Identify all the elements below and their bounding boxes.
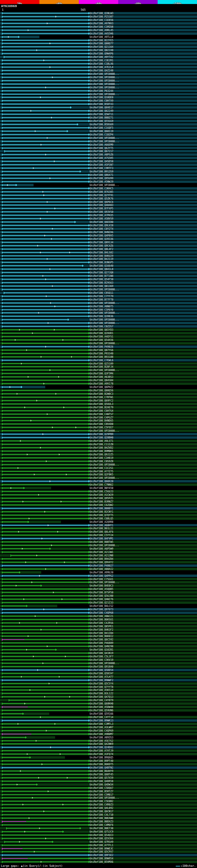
alignment-row[interactable]: UniRef100_Q55GG9 (0, 120, 197, 123)
alignment-row[interactable]: UniRef100_Q56J00 (0, 594, 197, 598)
alignment-row[interactable]: UniRef100_Q05PE1 (0, 625, 197, 628)
alignment-row[interactable]: UniRef100_B93188 (0, 355, 197, 359)
alignment-row[interactable]: UniRef100_Q9V4Y2 (0, 561, 197, 564)
alignment-row[interactable]: UniRef100_A9RL45 (0, 29, 197, 32)
alignment-row[interactable]: UniRef100_Q5ZK76 (0, 197, 197, 200)
alignment-row[interactable]: UniRef100_A89ZG3 (0, 736, 197, 739)
alignment-row[interactable]: UniRef100_C3KHC5 (0, 187, 197, 190)
alignment-row[interactable]: UniRef100_C5DQU7 (0, 786, 197, 790)
alignment-row[interactable]: UniRef100_Q84SB4 (0, 379, 197, 382)
alignment-row[interactable]: UniRef100_Q25189 (0, 362, 197, 366)
alignment-row[interactable]: UniRef100_Q1NLW3 (0, 12, 197, 15)
alignment-row[interactable]: UniRef100_B2AE79 (0, 406, 197, 409)
alignment-row[interactable]: UniRef100_B9PT40 (0, 759, 197, 763)
alignment-row[interactable]: UniRef100_Q6EEB0 (0, 220, 197, 224)
alignment-row[interactable]: UniRef100_B9WK13 (0, 719, 197, 722)
alignment-row[interactable]: UniRef100_B22YE5 (0, 39, 197, 42)
alignment-row[interactable]: UniRef100_Q4DR58 (0, 780, 197, 783)
alignment-row[interactable]: UniRef100_Q3F5M4 (0, 372, 197, 375)
alignment-row[interactable]: UniRef100_B3NGP5 (0, 261, 197, 264)
alignment-row[interactable]: UniRef100_B61LI1 (0, 527, 197, 530)
alignment-row[interactable]: UniRef100_C5GUJ3 (0, 490, 197, 493)
alignment-row[interactable]: UniRef100_C4M6F6 (0, 823, 197, 827)
alignment-row[interactable]: UniRef100_Q5DD54 (0, 669, 197, 672)
alignment-row[interactable]: UniRef100_A4S5H6 (0, 32, 197, 35)
alignment-row[interactable]: UniRef100_C4WTS7 (0, 412, 197, 416)
alignment-row[interactable]: UniRef100_Q29PB9 (0, 433, 197, 436)
alignment-row[interactable]: UniRef100_C1BLX6 (0, 62, 197, 66)
alignment-row[interactable]: UniRef100_Q89134 (0, 241, 197, 244)
alignment-row[interactable]: UniRef100_C0S9Z8 (0, 460, 197, 463)
alignment-row[interactable]: UniRef100_B4J119 (0, 257, 197, 261)
alignment-row[interactable]: UniRef100_Q00Q77 (0, 42, 197, 45)
alignment-row[interactable]: UniRef100_B0BTW5 (0, 540, 197, 544)
alignment-row[interactable]: UniRef100_UPI0000... (0, 72, 197, 76)
alignment-row[interactable]: UniRef100_Q4P8V5 (0, 234, 197, 238)
alignment-row[interactable]: UniRef100_Q976T3 (0, 608, 197, 611)
alignment-row[interactable]: UniRef100_B5RTZ7 (0, 790, 197, 793)
alignment-row[interactable]: UniRef100_Q08Q56 (0, 389, 197, 392)
alignment-row[interactable]: UniRef100_Q6PHZ2 (0, 385, 197, 389)
alignment-row[interactable]: UniRef100_B6KDT5 (0, 763, 197, 766)
alignment-row[interactable]: UniRef100_B7FXP5 (0, 207, 197, 210)
alignment-row[interactable]: UniRef100_B91ZG9 (0, 170, 197, 173)
alignment-row[interactable]: UniRef100_Q68KH0 (0, 702, 197, 706)
alignment-row[interactable]: UniRef100_Q01369 (0, 284, 197, 288)
alignment-row[interactable]: UniRef100_Q4N298 (0, 645, 197, 648)
alignment-row[interactable]: UniRef100_Q21164 (0, 45, 197, 49)
alignment-row[interactable]: UniRef100_Q62249 (0, 109, 197, 113)
alignment-row[interactable]: UniRef100_Q7RSA9 (0, 840, 197, 844)
alignment-row[interactable]: UniRef100_Q4Z248 (0, 69, 197, 72)
alignment-row[interactable]: UniRef100_C1E856 (0, 19, 197, 22)
alignment-row[interactable]: UniRef100_UPI0000... (0, 140, 197, 143)
alignment-row[interactable]: UniRef100_Q39836 (0, 315, 197, 318)
alignment-row[interactable]: UniRef100_C4QP69 (0, 729, 197, 733)
alignment-row[interactable]: UniRef100_B0DXZ3 (0, 820, 197, 823)
alignment-row[interactable]: UniRef100_A5P1N7 (0, 163, 197, 166)
alignment-row[interactable]: UniRef100_UPI0000... (0, 796, 197, 800)
alignment-row[interactable]: UniRef100_Q7YYT8 (0, 685, 197, 689)
alignment-row[interactable]: UniRef100_B0E730 (0, 827, 197, 830)
alignment-row[interactable]: UniRef100_P49026 (0, 345, 197, 348)
alignment-row[interactable]: UniRef100_Q65YD3 (0, 328, 197, 332)
alignment-row[interactable]: UniRef100_Q75JC9 (0, 830, 197, 834)
alignment-row[interactable]: UniRef100_Q918A0 (0, 665, 197, 669)
alignment-row[interactable]: UniRef100_B6AHY9 (0, 770, 197, 773)
alignment-row[interactable]: UniRef100_B4LS82 (0, 251, 197, 254)
alignment-row[interactable]: UniRef100_P63244 (0, 89, 197, 93)
alignment-row[interactable]: UniRef100_Q6L4F6 (0, 530, 197, 534)
alignment-row[interactable]: UniRef100_UPI0000... (0, 79, 197, 83)
alignment-row[interactable]: UniRef100_C0H7X9 (0, 99, 197, 102)
alignment-row[interactable]: UniRef100_B4ZVD2 (0, 446, 197, 450)
alignment-row[interactable]: UniRef100_Q4W276 (0, 598, 197, 601)
alignment-row[interactable]: UniRef100_Q93VS0 (0, 210, 197, 214)
alignment-row[interactable]: UniRef100_A213W1 (0, 551, 197, 554)
alignment-row[interactable]: UniRef100_Q60X20 (0, 480, 197, 483)
alignment-row[interactable]: UniRef100_C4QP68 (0, 611, 197, 615)
alignment-row[interactable]: UniRef100_B5DG69 (0, 123, 197, 126)
alignment-row[interactable]: UniRef100_A4QYS1 (0, 335, 197, 338)
alignment-row[interactable]: UniRef100_B77FT0 (0, 298, 197, 302)
alignment-row[interactable]: UniRef100_B3L122 (0, 692, 197, 695)
alignment-row[interactable]: UniRef100_Q10QE0 (0, 96, 197, 99)
alignment-row[interactable]: UniRef100_UPI0000... (0, 318, 197, 321)
alignment-row[interactable]: UniRef100_C5FEE7 (0, 426, 197, 429)
alignment-row[interactable]: UniRef100_B9Q6Q5 (0, 756, 197, 759)
alignment-row[interactable]: UniRef100_Q5CPX7 (0, 850, 197, 854)
alignment-row[interactable]: UniRef100_C6BLQ5 (0, 517, 197, 520)
alignment-row[interactable]: UniRef100_Q5W711 (0, 113, 197, 116)
alignment-row[interactable]: UniRef100_B7SP50 (0, 591, 197, 594)
alignment-row[interactable]: UniRef100_A5BVS9 (0, 217, 197, 220)
alignment-row[interactable]: UniRef100_A5QQB5 (0, 588, 197, 591)
alignment-row[interactable]: UniRef100_UPI0000... (0, 463, 197, 466)
alignment-row[interactable]: UniRef100_C7SGU1 (0, 578, 197, 581)
alignment-row[interactable]: UniRef100_UPI0000... (0, 662, 197, 665)
alignment-row[interactable]: UniRef100_UPI0000... (0, 429, 197, 433)
alignment-row[interactable]: UniRef100_B6K0I2 (0, 634, 197, 638)
alignment-row[interactable]: UniRef100_A2Q9R8 (0, 520, 197, 524)
alignment-row[interactable]: UniRef100_UPI0000... (0, 93, 197, 96)
alignment-row[interactable]: UniRef100_Q6C592 (0, 638, 197, 641)
alignment-row[interactable]: UniRef100_Q6CN17 (0, 810, 197, 813)
alignment-row[interactable]: UniRef100_Q6P6C6 (0, 200, 197, 204)
alignment-row[interactable]: UniRef100_A99UJ0 (0, 571, 197, 574)
